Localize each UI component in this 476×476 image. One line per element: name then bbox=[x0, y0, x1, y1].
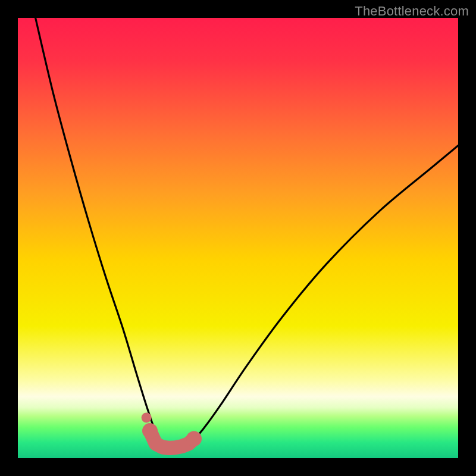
plot-area bbox=[18, 18, 458, 458]
optimum-markers bbox=[142, 412, 202, 448]
optimum-end bbox=[142, 423, 158, 439]
optimum-end bbox=[186, 431, 202, 446]
watermark-text: TheBottleneck.com bbox=[355, 4, 469, 19]
outer-frame: TheBottleneck.com bbox=[0, 0, 476, 476]
optimum-dot bbox=[142, 412, 152, 422]
bottleneck-curve bbox=[36, 18, 458, 447]
chart-layer bbox=[18, 18, 458, 458]
